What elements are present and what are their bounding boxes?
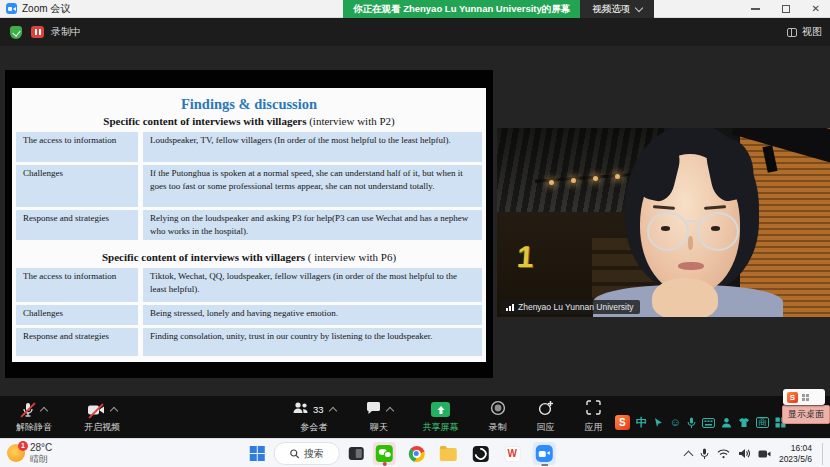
record-button[interactable]: 录制 xyxy=(489,401,507,434)
window-title: Zoom 会议 xyxy=(22,2,70,16)
wps-icon: W xyxy=(504,446,520,462)
view-label: 视图 xyxy=(802,25,822,39)
sogou-status-window[interactable]: S xyxy=(783,389,825,405)
participants-button[interactable]: 33 参会者 xyxy=(292,401,336,434)
chevron-down-icon xyxy=(635,3,643,11)
system-tray: 16:04 2023/5/6 xyxy=(685,441,825,466)
person-glasses-bridge xyxy=(687,220,697,222)
table-row: The access to information Tiktok, Wechat… xyxy=(16,268,482,302)
taskbar-clock[interactable]: 16:04 2023/5/6 xyxy=(779,443,812,463)
screen-share-banner: 你正在观看 Zhenyao Lu Yunnan University的屏幕 视频… xyxy=(343,0,654,18)
video-light-dot xyxy=(593,176,598,181)
person-hand xyxy=(652,278,718,317)
video-options-button[interactable]: 视频选项 xyxy=(580,0,654,18)
chevron-up-icon[interactable] xyxy=(385,406,393,414)
maximize-button[interactable] xyxy=(782,5,790,13)
view-button[interactable]: 视图 xyxy=(787,25,822,39)
person-nose xyxy=(688,236,693,250)
taskbar-app-wechat[interactable] xyxy=(373,442,396,465)
taskbar-app-file-explorer[interactable] xyxy=(437,442,460,465)
taskbar-app-dark[interactable] xyxy=(469,442,492,465)
signal-strength-icon xyxy=(506,304,514,311)
tray-microphone-icon[interactable] xyxy=(700,448,709,460)
person-mouth xyxy=(678,262,704,270)
camera-off-icon xyxy=(87,403,105,417)
zoom-app-window: Zoom 会议 你正在观看 Zhenyao Lu Yunnan Universi… xyxy=(0,0,830,467)
section-heading-p6-suffix: ( interview with P6) xyxy=(308,251,396,263)
microphone-muted-icon xyxy=(21,402,35,418)
person-glasses-lens xyxy=(697,212,739,251)
chevron-up-icon[interactable] xyxy=(328,406,336,414)
row-value: Tiktok, Wechat, QQ, loudspeaker, fellow … xyxy=(143,268,482,302)
apps-icon xyxy=(586,400,601,419)
zoom-app-icon xyxy=(536,445,553,462)
chat-button[interactable]: 聊天 xyxy=(366,401,393,434)
person-glasses-lens xyxy=(647,212,689,251)
table-row: Response and strategies Relying on the l… xyxy=(16,210,482,240)
row-value: Relying on the loudspeaker and asking P3… xyxy=(143,210,482,240)
chevron-up-icon[interactable] xyxy=(40,406,48,414)
recording-indicator-icon[interactable] xyxy=(31,26,44,38)
close-button[interactable]: ✕ xyxy=(812,0,820,18)
meeting-security-shield-icon[interactable] xyxy=(10,26,22,39)
taskbar-weather-widget[interactable]: 1 28°C 晴朗 xyxy=(7,442,52,464)
row-value: Being stressed, lonely and having negati… xyxy=(143,305,482,325)
participants-icon xyxy=(292,401,309,419)
ime-account-icon[interactable] xyxy=(721,417,732,428)
interview-table-p2: The access to information Loudspeaker, T… xyxy=(16,132,482,240)
section-heading-p2-suffix: (interview with P2) xyxy=(309,115,395,127)
person-eye xyxy=(711,226,720,231)
tray-overflow-chevron-icon[interactable] xyxy=(683,450,693,460)
share-screen-button[interactable]: 共享屏幕 xyxy=(423,401,459,434)
dark-app-icon xyxy=(472,446,488,462)
shared-screen-frame: Findings & discussion Specific content o… xyxy=(5,70,493,378)
search-icon xyxy=(290,449,300,459)
chevron-up-icon[interactable] xyxy=(110,406,118,414)
show-desktop-button[interactable]: 显示桌面 xyxy=(782,405,830,424)
ime-language-toggle[interactable]: 中 xyxy=(636,417,647,428)
reactions-icon xyxy=(538,400,554,420)
recording-label: 录制中 xyxy=(51,25,81,39)
weather-condition: 晴朗 xyxy=(30,454,52,464)
window-controls: ✕ xyxy=(751,0,820,18)
unmute-button[interactable]: 解除静音 xyxy=(16,401,52,434)
video-light-dot xyxy=(615,174,620,179)
sogou-grid-icon xyxy=(802,394,809,401)
apps-button[interactable]: 应用 xyxy=(585,401,603,434)
tray-camera-icon[interactable] xyxy=(758,449,771,459)
ime-pointer-icon[interactable] xyxy=(653,417,664,428)
ime-emoji-icon[interactable]: ☺ xyxy=(670,417,681,428)
taskbar-app-zoom[interactable] xyxy=(533,442,556,465)
table-row: Challenges If the Putonghua is spoken at… xyxy=(16,165,482,207)
minimize-button[interactable] xyxy=(751,8,760,10)
ime-skin-icon[interactable] xyxy=(738,417,750,428)
participants-count: 33 xyxy=(313,404,324,415)
row-value: If the Putonghua is spoken at a normal s… xyxy=(143,165,482,207)
tray-wifi-icon[interactable] xyxy=(717,449,730,459)
ime-keyboard-icon[interactable] xyxy=(702,418,715,428)
sogou-logo-icon[interactable]: S xyxy=(615,415,630,430)
taskbar-app-chrome[interactable] xyxy=(405,442,428,465)
start-video-button[interactable]: 开启视频 xyxy=(84,401,120,434)
video-options-label: 视频选项 xyxy=(592,3,630,16)
search-box[interactable]: 搜索 xyxy=(274,442,340,465)
row-label: Challenges xyxy=(16,305,138,325)
meeting-content-area: Findings & discussion Specific content o… xyxy=(0,46,830,396)
ime-voice-icon[interactable] xyxy=(687,417,696,429)
taskbar-app-wps[interactable]: W xyxy=(501,442,524,465)
start-button[interactable] xyxy=(250,446,265,461)
video-light-dot xyxy=(571,178,576,183)
participant-video-tile[interactable]: 1 Zhenyao Lu Yunnan University xyxy=(497,128,830,317)
notification-badge: 1 xyxy=(18,441,28,451)
chat-icon xyxy=(366,401,381,419)
windows-taskbar: 1 28°C 晴朗 搜索 W xyxy=(0,438,830,467)
clock-date: 2023/5/6 xyxy=(779,454,812,464)
ime-store-icon[interactable]: 商 xyxy=(756,417,769,428)
table-row: Challenges Being stressed, lonely and ha… xyxy=(16,305,482,325)
show-desktop-strip[interactable] xyxy=(822,443,825,465)
presentation-slide: Findings & discussion Specific content o… xyxy=(12,88,486,362)
task-view-button[interactable] xyxy=(349,447,364,460)
tray-volume-icon[interactable] xyxy=(738,448,750,459)
reactions-button[interactable]: 回应 xyxy=(537,401,555,434)
weather-temperature: 28°C xyxy=(30,442,52,454)
